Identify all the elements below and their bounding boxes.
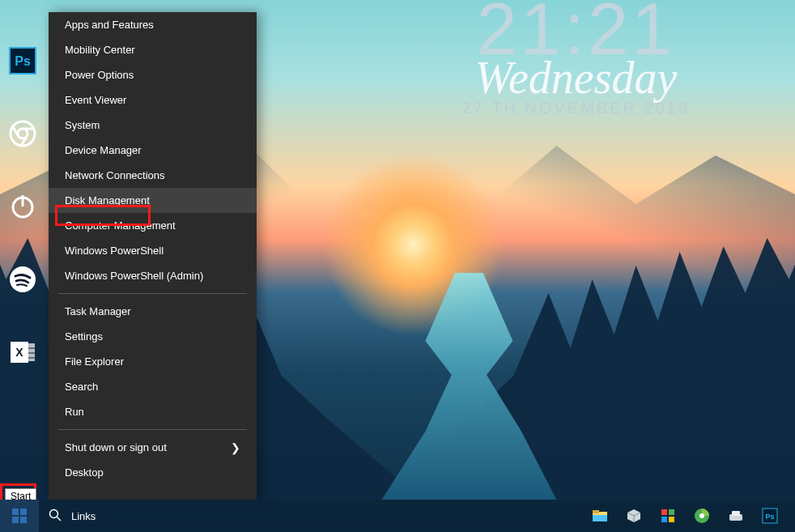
menu-item-power-options[interactable]: Power Options: [49, 62, 257, 87]
menu-item-label: System: [65, 119, 100, 131]
svg-text:Ps: Ps: [15, 54, 31, 68]
svg-text:Ps: Ps: [765, 513, 774, 521]
svg-point-32: [699, 513, 704, 518]
menu-item-label: Network Connections: [65, 169, 165, 181]
menu-item-desktop[interactable]: Desktop: [49, 460, 257, 485]
menu-item-label: Device Manager: [65, 144, 142, 156]
excel-icon[interactable]: X: [9, 338, 36, 366]
start-button[interactable]: [0, 500, 39, 532]
svg-rect-27: [661, 509, 667, 515]
menu-separator: [58, 429, 247, 430]
chevron-right-icon: ❯: [231, 441, 240, 454]
desktop-clock-widget: 21:21 Wednesday 27 TH NOVEMBER 2019: [462, 0, 690, 117]
svg-rect-18: [12, 517, 19, 523]
menu-item-search[interactable]: Search: [49, 374, 257, 399]
desktop-icons-column: Ps X: [6, 47, 39, 366]
clock-date: 27 TH NOVEMBER 2019: [462, 99, 690, 117]
menu-item-label: Windows PowerShell (Admin): [65, 270, 203, 282]
menu-item-label: Desktop: [65, 466, 104, 479]
menu-item-event-viewer[interactable]: Event Viewer: [49, 87, 257, 113]
svg-rect-24: [593, 515, 607, 521]
menu-item-disk-management[interactable]: Disk Management: [49, 188, 257, 213]
menu-item-label: Disk Management: [65, 194, 150, 206]
menu-item-system[interactable]: System: [49, 113, 257, 138]
svg-rect-23: [593, 510, 599, 513]
defender-icon[interactable]: [659, 507, 677, 525]
menu-item-file-explorer[interactable]: File Explorer: [49, 349, 257, 374]
photoshop-tray-icon[interactable]: Ps: [761, 507, 779, 525]
svg-rect-29: [661, 517, 667, 522]
menu-item-label: Computer Management: [65, 219, 176, 232]
spotify-icon[interactable]: [9, 266, 36, 293]
menu-item-label: Run: [65, 406, 84, 418]
svg-rect-16: [12, 509, 19, 515]
menu-item-device-manager[interactable]: Device Manager: [49, 138, 257, 163]
menu-item-label: Event Viewer: [65, 94, 126, 106]
start-context-menu: Apps and FeaturesMobility CenterPower Op…: [49, 12, 257, 500]
menu-item-windows-powershell[interactable]: Windows PowerShell: [49, 238, 257, 263]
svg-rect-11: [28, 343, 35, 361]
svg-rect-17: [20, 509, 27, 515]
menu-item-label: File Explorer: [65, 355, 124, 368]
menu-item-label: Windows PowerShell: [65, 245, 164, 257]
svg-rect-34: [732, 511, 740, 516]
svg-text:X: X: [15, 346, 23, 359]
svg-rect-28: [669, 509, 674, 515]
menu-item-apps-and-features[interactable]: Apps and Features: [49, 12, 257, 37]
svg-rect-19: [20, 517, 27, 523]
menu-item-network-connections[interactable]: Network Connections: [49, 163, 257, 188]
disk-app-icon[interactable]: [693, 507, 711, 525]
svg-point-20: [50, 509, 58, 517]
menu-separator: [58, 293, 247, 294]
cube-app-icon[interactable]: [625, 507, 643, 525]
power-icon[interactable]: [9, 193, 36, 220]
taskbar-tray: Ps: [591, 507, 779, 525]
menu-item-label: Mobility Center: [65, 44, 135, 56]
menu-item-label: Apps and Features: [65, 19, 154, 31]
menu-item-task-manager[interactable]: Task Manager: [49, 299, 257, 324]
file-explorer-icon[interactable]: [591, 507, 609, 525]
menu-item-label: Task Manager: [65, 305, 131, 317]
menu-item-computer-management[interactable]: Computer Management: [49, 213, 257, 238]
menu-item-label: Power Options: [65, 69, 134, 81]
photoshop-icon[interactable]: Ps: [9, 47, 36, 74]
menu-item-run[interactable]: Run: [49, 399, 257, 424]
menu-item-label: Settings: [65, 330, 103, 343]
svg-rect-30: [669, 517, 674, 522]
menu-item-label: Search: [65, 381, 98, 393]
clock-time: 21:21: [462, 0, 690, 58]
taskbar-search[interactable]: Links: [49, 509, 96, 524]
menu-item-mobility-center[interactable]: Mobility Center: [49, 37, 257, 62]
menu-item-label: Shut down or sign out: [65, 441, 167, 453]
chrome-icon[interactable]: [9, 120, 36, 147]
svg-line-21: [57, 517, 62, 521]
device-app-icon[interactable]: [727, 507, 745, 525]
menu-item-shut-down-or-sign-out[interactable]: Shut down or sign out❯: [49, 435, 257, 460]
search-icon: [49, 509, 62, 524]
taskbar: Links Ps: [0, 500, 795, 532]
taskbar-search-label: Links: [71, 510, 96, 522]
menu-item-windows-powershell-admin[interactable]: Windows PowerShell (Admin): [49, 263, 257, 288]
menu-item-settings[interactable]: Settings: [49, 324, 257, 349]
